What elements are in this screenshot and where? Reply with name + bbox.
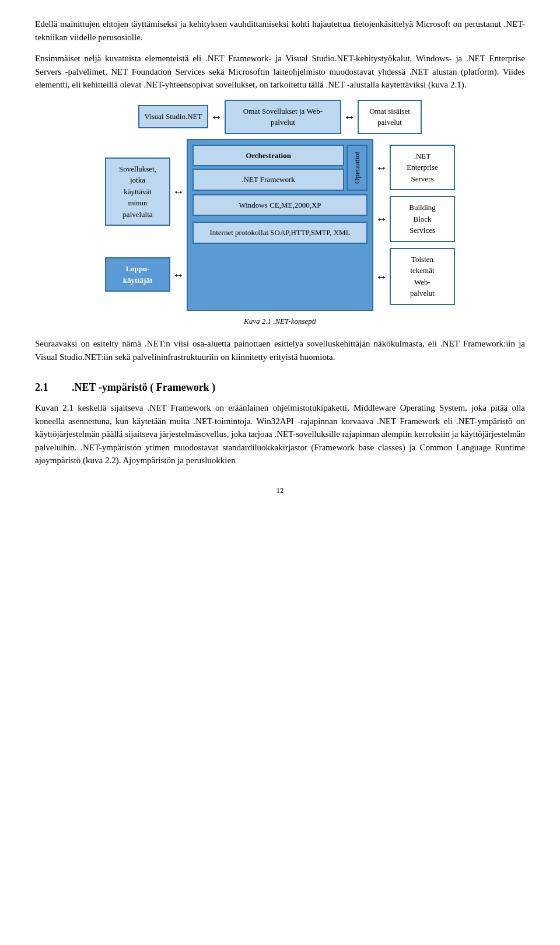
arrow-1: ↔ [211, 111, 222, 123]
center-top-section: Orchestration .NET Framework Operaatiot [192, 145, 368, 191]
visual-studio-box: Visual Studio.NET [138, 105, 208, 128]
arrow-right-mid: ↔ [376, 213, 387, 225]
section-body-1: Kuvan 2.1 keskellä sijaitseva .NET Frame… [35, 401, 525, 467]
bottom-paragraph: Seuraavaksi on esitelty nämä .NET:n viis… [35, 337, 525, 363]
section-heading: 2.1 .NET -ympäristö ( Framework ) [35, 380, 525, 396]
right-mid-row: ↔ Building Block Services [373, 196, 455, 242]
arrow-2: ↔ [344, 111, 355, 123]
loppukayttajat-box: Loppu- käyttäjät [105, 257, 170, 292]
arrow-left-bottom: ↔ [173, 269, 184, 281]
diagram-caption: Kuva 2.1 .NET-konsepti [244, 316, 316, 327]
orchestration-box: Orchestration [192, 145, 344, 167]
diagram-left-col: Sovellukset, jotka käyttävät minun palve… [105, 139, 187, 311]
page-body: Edellä mainittujen ehtojen täyttämiseksi… [35, 18, 525, 496]
arrow-left-top: ↔ [173, 186, 184, 197]
page-number: 12 [35, 485, 525, 496]
operations-text: Operaatiot [351, 152, 363, 184]
windows-box: Windows CE,ME,2000,XP [192, 194, 368, 216]
toisten-box: Toisten tekemät Web- palvelut [390, 248, 455, 305]
omat-sisaiset-box: Omat sisäiset palvelut [358, 100, 422, 134]
diagram-center-col: Orchestration .NET Framework Operaatiot … [187, 139, 373, 311]
orch-col: Orchestration .NET Framework [192, 145, 344, 191]
left-top-row: Sovellukset, jotka käyttävät minun palve… [105, 158, 187, 226]
paragraph-2: Ensimmäiset neljä kuvatuista elementeist… [35, 52, 525, 92]
arrow-right-top: ↔ [376, 162, 387, 173]
right-bottom-row: ↔ Toisten tekemät Web- palvelut [373, 248, 455, 305]
diagram-top-row: Visual Studio.NET ↔ Omat Sovellukset ja … [35, 100, 525, 134]
diagram-right-col: ↔ .NET Enterprise Servers ↔ Building Blo… [373, 139, 455, 311]
operations-col: Operaatiot [346, 145, 368, 191]
internet-box: Internet protokollat SOAP,HTTP,SMTP, XML [192, 222, 368, 244]
section-number: 2.1 [35, 382, 48, 393]
arrow-right-bottom: ↔ [376, 271, 387, 282]
omat-sovellukset-box: Omat Sovellukset ja Web-palvelut [225, 100, 341, 134]
left-bottom-row: Loppu- käyttäjät ↔ [105, 257, 187, 292]
right-top-row: ↔ .NET Enterprise Servers [373, 145, 455, 191]
enterprise-servers-box: .NET Enterprise Servers [390, 145, 455, 191]
sovellukset-box: Sovellukset, jotka käyttävät minun palve… [105, 158, 170, 226]
building-block-box: Building Block Services [390, 196, 455, 242]
paragraph-1: Edellä mainittujen ehtojen täyttämiseksi… [35, 18, 525, 44]
section-title: .NET -ympäristö ( Framework ) [72, 382, 215, 393]
net-diagram: Visual Studio.NET ↔ Omat Sovellukset ja … [35, 100, 525, 338]
diagram-main-row: Sovellukset, jotka käyttävät minun palve… [35, 139, 525, 311]
net-framework-box: .NET Framework [192, 169, 344, 191]
